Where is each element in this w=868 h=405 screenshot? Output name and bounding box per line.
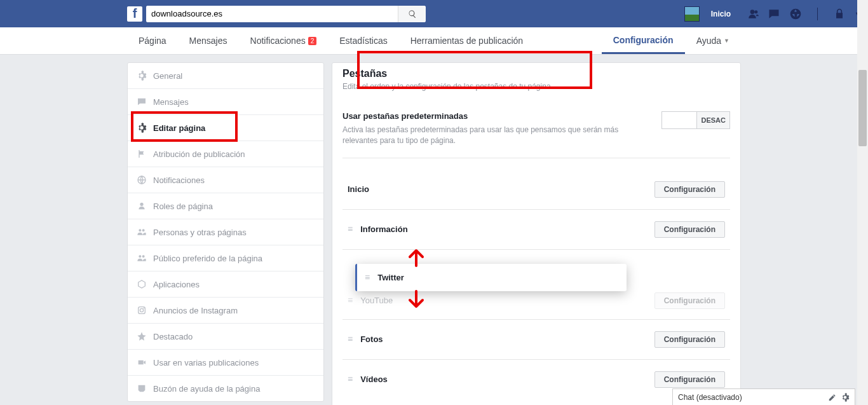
main-panel: Pestañas Edita el orden y la configuraci… [332, 62, 741, 405]
tab-mensajes[interactable]: Mensajes [178, 27, 239, 54]
svg-point-2 [140, 308, 143, 312]
page-tab-bar: Página Mensajes Notificaciones 2 Estadís… [0, 27, 868, 55]
sidebar-label: Aplicaciones [153, 280, 200, 289]
config-button-youtube[interactable]: Configuración [654, 292, 725, 309]
people-icon [137, 253, 147, 263]
sidebar-item-editar-pagina[interactable]: Editar página [128, 115, 323, 141]
content-wrap: General Mensajes Editar página Atribució… [0, 55, 868, 405]
sidebar-item-atribucion[interactable]: Atribución de publicación [128, 141, 323, 167]
chat-bar[interactable]: Chat (desactivado) [672, 388, 855, 405]
tab-ayuda-label: Ayuda [696, 36, 721, 46]
inbox-icon [137, 383, 147, 394]
messages-icon[interactable] [768, 8, 780, 20]
tab-order-label: Inicio [348, 184, 647, 194]
pref-heading: Usar pestañas predeterminadas [342, 111, 649, 121]
sidebar-label: Público preferido de la página [153, 254, 262, 263]
default-tabs-row: Usar pestañas predeterminadas Activa las… [342, 105, 730, 158]
tab-order-row-youtube-placeholder: ≡ YouTube Configuración [342, 287, 730, 317]
instagram-icon [137, 305, 147, 315]
tab-order-row-fotos[interactable]: ≡ Fotos Configuración [342, 320, 730, 360]
tab-configuracion[interactable]: Configuración [602, 27, 685, 54]
sidebar-label: Destacado [153, 332, 193, 341]
config-button-informacion[interactable]: Configuración [654, 221, 725, 238]
tab-order-label: Vídeos [360, 374, 647, 384]
sidebar-item-roles[interactable]: Roles de página [128, 193, 323, 219]
chat-icon [137, 97, 147, 107]
sidebar-item-mensajes[interactable]: Mensajes [128, 89, 323, 115]
sidebar-item-aplicaciones[interactable]: Aplicaciones [128, 271, 323, 298]
tab-estadisticas[interactable]: Estadísticas [328, 27, 398, 54]
sidebar-item-instagram[interactable]: Anuncios de Instagram [128, 298, 323, 324]
tab-order-label-partial: YouTube [360, 296, 647, 305]
tab-order-label: Información [360, 224, 647, 234]
drag-handle-icon: ≡ [348, 298, 353, 303]
chat-label: Chat (desactivado) [678, 393, 742, 402]
facebook-logo-icon[interactable]: f [127, 6, 142, 22]
gear-icon [137, 71, 147, 81]
sidebar-item-destacado[interactable]: Destacado [128, 324, 323, 350]
section-title: Pestañas [342, 65, 730, 79]
toggle-state-label: DESAC [696, 112, 729, 128]
pref-desc: Activa las pestañas predeterminadas para… [342, 125, 649, 146]
tab-order-row-twitter-dragging[interactable]: ≡ Twitter [355, 264, 627, 291]
search-wrap [146, 6, 426, 22]
flag-icon [137, 149, 147, 159]
privacy-lock-icon[interactable] [833, 8, 846, 20]
config-button-inicio[interactable]: Configuración [654, 181, 725, 198]
edit-icon[interactable] [828, 393, 837, 402]
search-input[interactable] [146, 6, 398, 22]
person-icon [137, 201, 147, 211]
drag-handle-icon[interactable]: ≡ [365, 275, 370, 280]
sidebar-label: Personas y otras páginas [153, 228, 247, 237]
drag-handle-icon[interactable]: ≡ [348, 336, 353, 341]
sidebar-label: Mensajes [153, 97, 189, 107]
sidebar-item-general[interactable]: General [128, 63, 323, 89]
gear-icon [137, 123, 147, 133]
search-icon [408, 10, 417, 18]
gear-icon[interactable] [841, 393, 850, 402]
notificaciones-badge: 2 [308, 37, 317, 45]
top-icons: ▼ [746, 8, 860, 20]
tab-herramientas[interactable]: Herramientas de publicación [399, 27, 534, 54]
search-button[interactable] [398, 6, 426, 22]
config-button-fotos[interactable]: Configuración [654, 331, 725, 348]
sidebar-label: Usar en varias publicaciones [153, 358, 259, 367]
tab-order-label: Twitter [377, 273, 404, 282]
tab-order-label: Fotos [360, 334, 647, 344]
tab-pagina[interactable]: Página [127, 27, 178, 54]
sidebar-item-personas[interactable]: Personas y otras páginas [128, 219, 323, 245]
sidebar-item-buzon[interactable]: Buzón de ayuda de la página [128, 376, 323, 401]
sidebar-label: Roles de página [153, 202, 213, 211]
tab-notificaciones[interactable]: Notificaciones 2 [239, 27, 329, 54]
drag-handle-icon[interactable]: ≡ [348, 226, 353, 231]
section-desc: Edita el orden y la configuración de las… [342, 82, 730, 91]
vertical-scrollbar[interactable] [857, 0, 868, 405]
sidebar-item-usar-varias[interactable]: Usar en varias publicaciones [128, 350, 323, 376]
star-icon [137, 331, 147, 341]
sidebar-label: Notificaciones [153, 175, 205, 185]
drag-handle-icon[interactable]: ≡ [348, 376, 353, 381]
config-button-videos[interactable]: Configuración [654, 371, 725, 388]
friends-icon[interactable] [746, 8, 759, 20]
camera-icon [137, 357, 147, 367]
globe-icon [137, 175, 147, 185]
top-bar: f Inicio ▼ [0, 0, 868, 27]
profile-avatar[interactable] [684, 6, 700, 22]
sidebar-item-notificaciones[interactable]: Notificaciones [128, 167, 323, 193]
sidebar-label: General [153, 71, 182, 81]
globe-icon[interactable] [789, 8, 802, 20]
people-icon [137, 227, 147, 237]
tab-ayuda[interactable]: Ayuda▼ [685, 27, 741, 54]
sidebar-label: Anuncios de Instagram [153, 306, 238, 315]
tab-order-row-inicio: Inicio Configuración [342, 158, 730, 210]
top-home-link[interactable]: Inicio [711, 10, 731, 18]
cube-icon [137, 279, 147, 289]
sidebar-label: Atribución de publicación [153, 149, 245, 159]
sidebar-label: Buzón de ayuda de la página [153, 384, 260, 394]
default-tabs-toggle[interactable]: DESAC [661, 111, 730, 129]
tab-order-row-informacion[interactable]: ≡ Información Configuración [342, 210, 730, 250]
sidebar-label: Editar página [153, 123, 205, 133]
sidebar-item-publico[interactable]: Público preferido de la página [128, 245, 323, 271]
scrollbar-thumb[interactable] [858, 70, 867, 146]
settings-sidebar: General Mensajes Editar página Atribució… [127, 62, 324, 402]
